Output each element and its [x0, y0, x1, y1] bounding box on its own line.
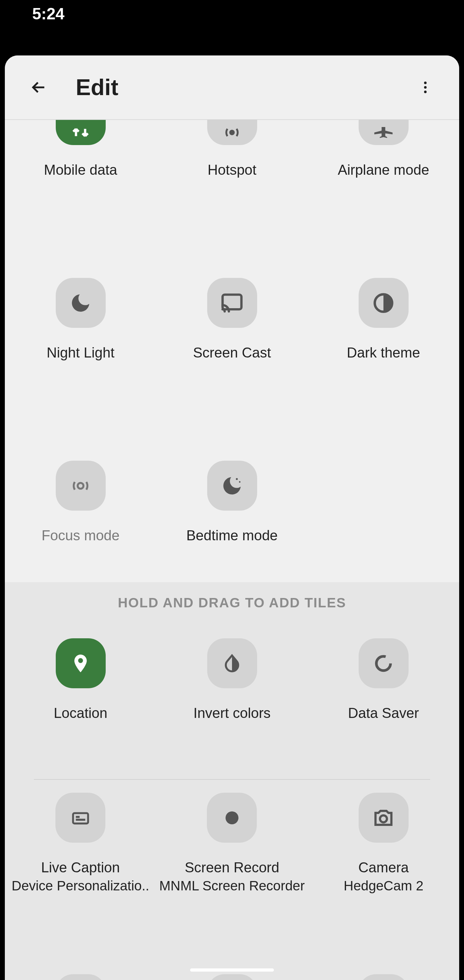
cast-icon	[207, 278, 257, 328]
tiles-scroll[interactable]: Mobile data Hotspot Airplane mode	[5, 120, 459, 980]
svg-rect-10	[73, 813, 88, 823]
tile-label: Screen Record	[156, 859, 308, 875]
tile-bedtime-mode[interactable]: Bedtime mode	[156, 461, 308, 544]
tile-label: Live Caption	[5, 859, 156, 875]
svg-point-11	[226, 811, 238, 824]
tile-focus-mode[interactable]: Focus mode	[5, 461, 156, 544]
tile-label: Bedtime mode	[156, 527, 308, 544]
header: Edit	[5, 56, 459, 120]
tile-label: Airplane mode	[308, 162, 459, 178]
svg-point-6	[78, 483, 83, 489]
active-tiles-section: Mobile data Hotspot Airplane mode	[5, 120, 459, 582]
tile-label: Hotspot	[156, 162, 308, 178]
tile-airplane-mode[interactable]: Airplane mode	[308, 120, 459, 178]
tile-screen-record[interactable]: Screen Record MNML Screen Recorder	[156, 793, 308, 894]
tile-sublabel: Device Personalizatio..	[5, 878, 156, 894]
tile-label: Location	[5, 705, 156, 721]
moon-icon	[56, 278, 106, 328]
tile-location[interactable]: Location	[5, 638, 156, 721]
divider-label: HOLD AND DRAG TO ADD TILES	[5, 595, 459, 611]
record-icon	[207, 793, 257, 843]
tile-label: Camera	[308, 859, 459, 875]
svg-point-8	[239, 481, 241, 483]
tile-empty	[308, 461, 459, 544]
camera-icon	[359, 793, 408, 843]
more-vert-icon	[418, 80, 433, 95]
tile-live-caption[interactable]: Live Caption Device Personalizatio..	[5, 793, 156, 894]
tile-label: Focus mode	[5, 527, 156, 544]
tile-label: Mobile data	[5, 162, 156, 178]
status-time: 5:24	[32, 5, 64, 23]
svg-point-1	[424, 86, 427, 89]
tile-label: Screen Cast	[156, 345, 308, 361]
focus-icon	[56, 461, 106, 511]
tile-notification-mirroring[interactable]: Notification Mirroring	[308, 974, 459, 980]
tile-data-saver[interactable]: Data Saver	[308, 638, 459, 721]
tile-label: Dark theme	[308, 345, 459, 361]
location-icon	[56, 638, 106, 688]
tile-lastpass-autofill[interactable]: LastPass Autofill	[156, 974, 308, 980]
svg-point-12	[380, 815, 387, 822]
mobile-data-icon	[56, 120, 106, 145]
caption-icon	[56, 793, 105, 843]
airplane-icon	[359, 120, 408, 145]
back-button[interactable]	[24, 73, 53, 102]
tile-screen-cast[interactable]: Screen Cast	[156, 278, 308, 361]
svg-point-2	[424, 91, 427, 93]
nav-home-pill[interactable]	[190, 968, 274, 972]
svg-point-7	[236, 478, 238, 480]
tile-night-light[interactable]: Night Light	[5, 278, 156, 361]
more-button[interactable]	[411, 73, 440, 102]
tile-label: Night Light	[5, 345, 156, 361]
tile-camera[interactable]: Camera HedgeCam 2	[308, 793, 459, 894]
contrast-icon	[359, 278, 408, 328]
video-icon	[56, 974, 106, 980]
arrow-left-icon	[29, 78, 48, 97]
mirror-icon	[359, 974, 408, 980]
tile-invert-colors[interactable]: Invert colors	[156, 638, 308, 721]
qs-edit-panel: Edit Mobile data Hotspot	[5, 56, 459, 980]
tile-label: Data Saver	[308, 705, 459, 721]
hotspot-icon	[207, 120, 257, 145]
svg-point-3	[230, 130, 234, 134]
svg-point-9	[377, 656, 391, 671]
tile-record-video[interactable]: Record video	[5, 974, 156, 980]
tile-sublabel: MNML Screen Recorder	[156, 878, 308, 894]
status-bar: 5:24	[0, 0, 464, 28]
tile-sublabel: HedgeCam 2	[308, 878, 459, 894]
bedtime-icon	[207, 461, 257, 511]
invert-icon	[207, 638, 257, 688]
tile-label: Invert colors	[156, 705, 308, 721]
tile-dark-theme[interactable]: Dark theme	[308, 278, 459, 361]
lastpass-icon	[207, 974, 257, 980]
tile-hotspot[interactable]: Hotspot	[156, 120, 308, 178]
available-tiles-section: HOLD AND DRAG TO ADD TILES Location Inve…	[5, 582, 459, 980]
page-title: Edit	[76, 75, 411, 100]
datasaver-icon	[359, 638, 408, 688]
tile-mobile-data[interactable]: Mobile data	[5, 120, 156, 178]
svg-point-0	[424, 81, 427, 84]
